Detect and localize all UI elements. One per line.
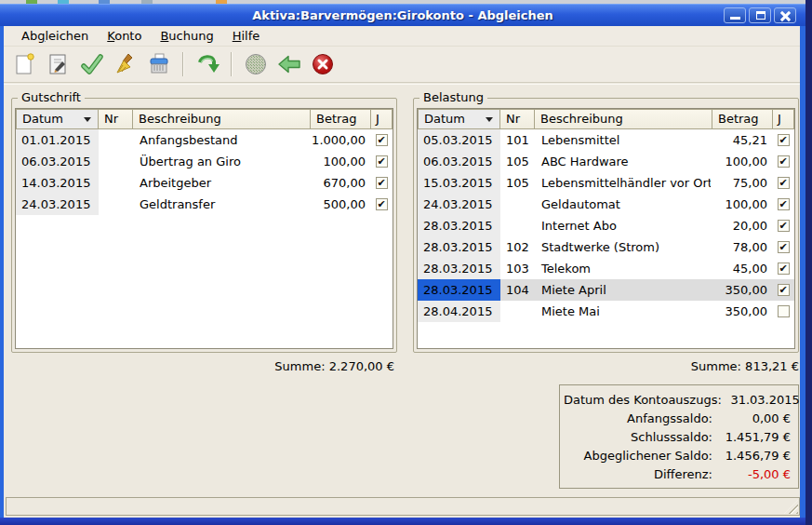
minimize-button[interactable] xyxy=(724,7,746,23)
cell-description: ABC Hardware xyxy=(536,151,711,172)
shredder-icon xyxy=(146,51,172,77)
table-row[interactable]: 28.03.2015 103 Telekom 45,00 xyxy=(418,258,794,279)
title-bar[interactable]: Aktiva:Barvermögen:Girokonto - Abgleiche… xyxy=(0,4,805,26)
cleared-checkbox[interactable] xyxy=(778,155,790,168)
column-header-beschreibung[interactable]: Beschreibung xyxy=(534,109,712,129)
cell-nr: 102 xyxy=(500,236,536,258)
cell-nr: 101 xyxy=(500,129,536,151)
summary-value: 0,00 € xyxy=(718,410,791,428)
cell-amount: 350,00 xyxy=(711,301,772,322)
cell-amount: 78,00 xyxy=(711,236,772,258)
table-row[interactable]: 24.03.2015 Geldautomat 100,00 xyxy=(418,194,794,215)
cleared-checkbox[interactable] xyxy=(376,155,388,168)
cell-date: 06.03.2015 xyxy=(418,151,500,172)
close-button[interactable] xyxy=(774,7,796,23)
cleared-checkbox[interactable] xyxy=(376,134,388,146)
table-row[interactable]: 15.03.2015 105 Lebensmittelhändler vor O… xyxy=(418,172,794,194)
open-account-button-disabled[interactable] xyxy=(242,49,270,79)
cleared-checkbox[interactable] xyxy=(778,305,790,317)
summary-label: Datum des Kontoauszugs: xyxy=(564,391,722,410)
menu-item-abgleichen[interactable]: Abgleichen xyxy=(13,27,97,45)
cell-date: 28.03.2015 xyxy=(418,258,500,279)
cleared-checkbox[interactable] xyxy=(778,284,790,296)
column-header-datum[interactable]: Datum xyxy=(418,109,500,129)
cleared-checkbox[interactable] xyxy=(376,198,388,210)
table-row[interactable]: 14.03.2015 Arbeitgeber 670,00 xyxy=(16,172,393,194)
cell-description: Geldtransfer xyxy=(134,194,309,215)
cell-nr: 104 xyxy=(500,279,536,301)
table-row[interactable]: 28.04.2015 Miete Mai 350,00 xyxy=(418,301,794,322)
cleared-checkbox[interactable] xyxy=(778,220,790,232)
desktop-edge xyxy=(805,0,812,525)
cell-description: Stadtwerke (Strom) xyxy=(536,236,711,258)
cancel-button[interactable] xyxy=(309,49,337,79)
broom-icon xyxy=(113,51,139,77)
cell-amount: 45,00 xyxy=(711,258,772,279)
minimize-icon xyxy=(730,17,740,20)
column-header-j[interactable]: J xyxy=(772,109,794,129)
debit-panel: Belastung Datum Nr Beschreibung Betrag J… xyxy=(413,98,799,353)
column-header-betrag[interactable]: Betrag xyxy=(712,109,773,129)
edit-transaction-button[interactable] xyxy=(45,49,73,79)
cell-amount: 75,00 xyxy=(711,172,772,194)
cell-description: Miete Mai xyxy=(536,301,711,322)
debit-panel-legend: Belastung xyxy=(419,90,487,104)
table-row[interactable]: 01.01.2015 Anfangsbestand 1.000,00 xyxy=(16,129,393,151)
column-header-betrag[interactable]: Betrag xyxy=(310,109,371,129)
new-transaction-button[interactable] xyxy=(11,49,39,79)
cleared-checkbox[interactable] xyxy=(778,198,790,210)
table-row[interactable]: 28.03.2015 102 Stadtwerke (Strom) 78,00 xyxy=(418,236,794,258)
cell-nr xyxy=(500,194,536,215)
cleared-checkbox[interactable] xyxy=(778,134,790,146)
column-header-nr[interactable]: Nr xyxy=(499,109,535,129)
column-header-j[interactable]: J xyxy=(370,109,393,129)
summary-label: Differenz: xyxy=(564,465,712,484)
edit-document-icon xyxy=(46,51,72,77)
column-header-beschreibung[interactable]: Beschreibung xyxy=(132,109,311,129)
menu-item-buchung[interactable]: Buchung xyxy=(152,27,221,45)
transfer-button[interactable] xyxy=(275,49,303,79)
table-row[interactable]: 06.03.2015 Übertrag an Giro 100,00 xyxy=(16,151,393,172)
delete-transaction-button[interactable] xyxy=(145,49,173,79)
window-border xyxy=(0,518,805,525)
cell-date: 14.03.2015 xyxy=(16,172,99,194)
menu-item-hilfe[interactable]: Hilfe xyxy=(224,27,269,45)
cell-description: Übertrag an Giro xyxy=(134,151,309,172)
cleared-checkbox[interactable] xyxy=(778,177,790,189)
cleared-checkbox[interactable] xyxy=(778,262,790,275)
resize-grip[interactable] xyxy=(784,500,798,514)
redo-button[interactable] xyxy=(193,49,221,79)
sort-descending-icon xyxy=(486,117,493,122)
credit-panel-legend: Gutschrift xyxy=(18,90,85,104)
table-row[interactable]: 05.03.2015 101 Lebensmittel 45,21 xyxy=(418,129,794,151)
maximize-button[interactable] xyxy=(749,7,771,23)
table-row[interactable]: 06.03.2015 105 ABC Hardware 100,00 xyxy=(418,151,794,172)
summary-row: Abgeglichener Saldo: 1.456,79 € xyxy=(564,447,791,465)
table-row[interactable]: 24.03.2015 Geldtransfer 500,00 xyxy=(16,194,393,215)
reconcile-finish-button[interactable] xyxy=(78,49,106,79)
summary-row: Anfangssaldo: 0,00 € xyxy=(564,410,791,428)
summary-label: Abgeglichener Saldo: xyxy=(564,447,712,465)
cell-date: 24.03.2015 xyxy=(418,194,500,215)
cleared-checkbox[interactable] xyxy=(376,177,388,189)
column-header-datum[interactable]: Datum xyxy=(16,109,99,129)
auto-clear-button[interactable] xyxy=(112,49,140,79)
debit-sum-value: 813,21 € xyxy=(745,359,799,373)
cell-description: Lebensmittelhändler vor Ort xyxy=(536,172,711,194)
menu-item-konto[interactable]: Konto xyxy=(99,27,150,45)
cell-amount: 1.000,00 xyxy=(309,129,370,151)
cell-description: Geldautomat xyxy=(536,194,711,215)
window-border xyxy=(800,4,805,518)
table-row[interactable]: 28.03.2015 Internet Abo 20,00 xyxy=(418,215,794,236)
status-bar xyxy=(6,497,800,516)
cell-date: 01.01.2015 xyxy=(16,129,99,151)
redo-arrow-icon xyxy=(194,51,220,77)
debit-table-body: 05.03.2015 101 Lebensmittel 45,21 06.03.… xyxy=(418,129,794,322)
cell-amount: 45,21 xyxy=(711,129,772,151)
cell-description: Telekom xyxy=(536,258,711,279)
cell-amount: 670,00 xyxy=(309,172,370,194)
column-header-nr[interactable]: Nr xyxy=(98,109,133,129)
cell-nr xyxy=(99,129,134,151)
cleared-checkbox[interactable] xyxy=(778,241,790,253)
table-row[interactable]: 28.03.2015 104 Miete April 350,00 xyxy=(418,279,794,301)
